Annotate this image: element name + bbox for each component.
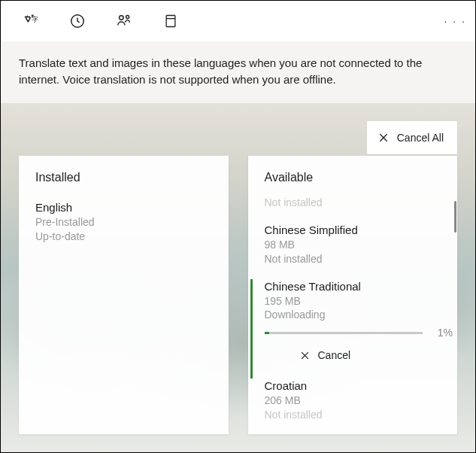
installed-title: Installed (35, 171, 212, 184)
panels: Installed English Pre-Installed Up-to-da… (1, 103, 475, 452)
scrollbar[interactable] (454, 201, 456, 233)
language-name: English (35, 201, 212, 214)
download-progress: 1% (265, 327, 453, 339)
installed-item[interactable]: English Pre-Installed Up-to-date (35, 201, 212, 244)
close-icon (377, 132, 390, 144)
svg-point-2 (120, 16, 124, 20)
progress-fill (265, 332, 269, 334)
available-card: Available 212 MB Not installed Chinese S… (248, 156, 458, 434)
translate-icon[interactable]: 字 (16, 6, 46, 36)
language-status: Not installed (265, 408, 453, 422)
cancel-all-label: Cancel All (397, 132, 444, 144)
language-size: 98 MB (265, 238, 453, 252)
cancel-download-button[interactable]: Cancel (299, 349, 453, 361)
more-button[interactable]: · · · (444, 1, 466, 41)
language-status: Not installed (265, 252, 453, 266)
close-icon (299, 350, 311, 361)
svg-point-3 (126, 15, 129, 18)
list-item-downloading[interactable]: Chinese Traditional 195 MB Downloading 1… (265, 280, 453, 366)
download-accent (250, 279, 253, 379)
list-item[interactable]: Croatian 206 MB Not installed (265, 379, 453, 422)
cancel-all-button[interactable]: Cancel All (367, 121, 457, 154)
progress-track (265, 332, 423, 334)
language-name: Chinese Traditional (265, 280, 453, 293)
progress-percent: 1% (432, 327, 453, 339)
available-title: Available (265, 171, 441, 184)
history-icon[interactable] (62, 6, 92, 36)
toolbar: 字 · · · (1, 1, 475, 41)
language-meta: Pre-Installed (35, 215, 212, 230)
svg-rect-4 (166, 16, 175, 27)
language-name: Croatian (265, 379, 453, 392)
cancel-label: Cancel (318, 349, 351, 361)
language-name: Chinese Simplified (265, 223, 453, 236)
language-size: 195 MB (265, 294, 453, 309)
list-item[interactable]: Chinese Simplified 98 MB Not installed (265, 223, 453, 266)
available-list: 212 MB Not installed Chinese Simplified … (265, 193, 453, 434)
language-size: 206 MB (265, 394, 453, 408)
installed-card: Installed English Pre-Installed Up-to-da… (19, 156, 229, 434)
conversation-icon[interactable] (109, 6, 139, 36)
language-status: Not installed (265, 196, 453, 210)
list-item[interactable]: 212 MB Not installed (265, 193, 453, 210)
language-status: Downloading (265, 308, 453, 322)
offline-description: Translate text and images in these langu… (1, 41, 475, 105)
phrasebook-icon[interactable] (156, 6, 186, 36)
svg-text:字: 字 (32, 16, 38, 23)
language-meta: Up-to-date (35, 230, 212, 244)
